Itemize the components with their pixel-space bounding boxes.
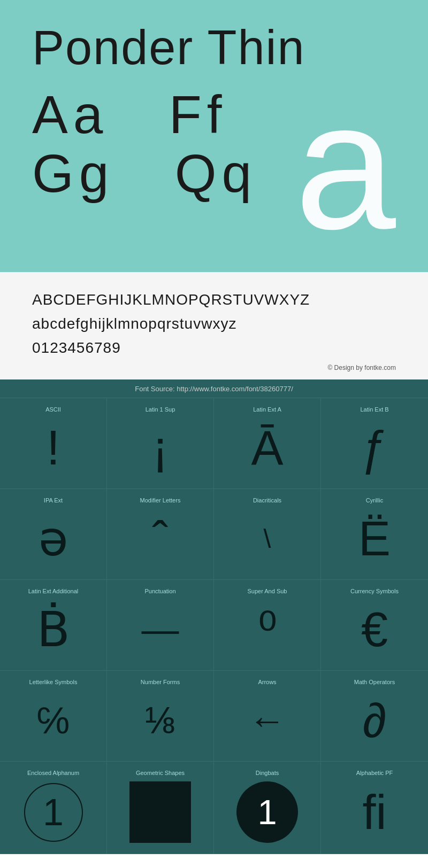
letter-pair-2: Gg Qq [32,144,257,203]
diacriticals-symbol: \ [264,509,271,569]
modletters-symbol: ˆ [152,509,169,569]
numberforms-label: Number Forms [112,679,208,685]
cyrillic-symbol: Ë [358,509,391,569]
char-cell-ascii: ASCII ! [0,398,107,489]
char-cell-superandsub: Super And Sub ⁰ [214,580,321,671]
alphabet-lower: abcdefghijklmnopqrstuvwxyz [32,312,396,336]
letter-showcase: Aa Ff Gg Qq a [32,85,396,256]
latin1sup-symbol: ¡ [152,418,169,478]
char-cell-currency: Currency Symbols € [321,580,428,671]
latin1sup-label: Latin 1 Sup [112,406,208,413]
char-grid: ASCII ! Latin 1 Sup ¡ Latin Ext A Ā Lati… [0,398,428,854]
numberforms-symbol: ⅛ [144,691,175,750]
letterlike-label: Letterlike Symbols [5,679,101,685]
char-cell-latinexta: Latin Ext A Ā [214,398,321,489]
punctuation-symbol: — [142,600,179,660]
geoshapes-symbol [129,781,191,843]
char-cell-cyrillic: Cyrillic Ë [321,489,428,580]
ascii-label: ASCII [5,406,101,413]
char-cell-latinextb: Latin Ext B ƒ [321,398,428,489]
superandsub-label: Super And Sub [219,588,315,594]
mathops-symbol: ∂ [363,691,386,750]
geoshapes-label: Geometric Shapes [112,770,208,776]
modletters-label: Modifier Letters [112,497,208,503]
circle-one-icon: 1 [24,783,83,842]
char-cell-enclosed: Enclosed Alphanum 1 [0,762,107,854]
char-cell-numberforms: Number Forms ⅛ [107,671,214,762]
char-cell-latinextadd: Latin Ext Additional Ḃ [0,580,107,671]
char-cell-alphabeticpf: Alphabetic PF ﬁ [321,762,428,854]
latinextb-label: Latin Ext B [326,406,423,413]
latinextadd-symbol: Ḃ [37,600,70,660]
punctuation-label: Punctuation [112,588,208,594]
fi-ligature: ﬁ [363,788,387,836]
char-cell-ipaext: IPA Ext ə [0,489,107,580]
letter-pair-1: Aa Ff [32,85,257,144]
arrows-symbol: ← [249,691,286,750]
alphabeticpf-label: Alphabetic PF [326,770,423,776]
superandsub-symbol: ⁰ [258,600,277,660]
alphabet-upper: ABCDEFGHIJKLMNOPQRSTUVWXYZ [32,288,396,312]
source-section: Font Source: http://www.fontke.com/font/… [0,379,428,398]
letterlike-symbol: ℅ [37,691,70,750]
char-cell-mathops: Math Operators ∂ [321,671,428,762]
large-letter-a: a [295,74,396,256]
cyrillic-label: Cyrillic [326,497,423,503]
top-section: Ponder Thin Aa Ff Gg Qq a [0,0,428,272]
char-cell-dingbats: Dingbats 1 [214,762,321,854]
arrows-label: Arrows [219,679,315,685]
latinexta-symbol: Ā [251,418,283,478]
ipaext-symbol: ə [39,509,68,569]
char-cell-punctuation: Punctuation — [107,580,214,671]
currency-symbol: € [361,600,388,660]
char-cell-latin1sup: Latin 1 Sup ¡ [107,398,214,489]
source-text: Font Source: http://www.fontke.com/font/… [135,385,293,393]
ipaext-label: IPA Ext [5,497,101,503]
dingbats-label: Dingbats [219,770,315,776]
latinexta-label: Latin Ext A [219,406,315,413]
char-cell-geoshapes: Geometric Shapes [107,762,214,854]
currency-label: Currency Symbols [326,588,423,594]
diacriticals-label: Diacriticals [219,497,315,503]
enclosed-label: Enclosed Alphanum [5,770,101,776]
char-cell-modletters: Modifier Letters ˆ [107,489,214,580]
alphabeticpf-symbol: ﬁ [363,781,387,843]
letter-pairs-left: Aa Ff Gg Qq [32,85,257,203]
latinextb-symbol: ƒ [361,418,388,478]
char-cell-letterlike: Letterlike Symbols ℅ [0,671,107,762]
char-cell-arrows: Arrows ← [214,671,321,762]
mathops-label: Math Operators [326,679,423,685]
ascii-symbol: ! [47,418,60,478]
copyright: © Design by fontke.com [32,360,396,374]
latinextadd-label: Latin Ext Additional [5,588,101,594]
black-square-icon [129,781,191,843]
digits: 0123456789 [32,336,396,360]
enclosed-symbol: 1 [24,781,83,843]
dingbats-symbol: 1 [236,781,298,843]
filled-circle-one-icon: 1 [236,781,298,843]
char-cell-diacriticals: Diacriticals \ [214,489,321,580]
alphabet-section: ABCDEFGHIJKLMNOPQRSTUVWXYZ abcdefghijklm… [0,272,428,379]
